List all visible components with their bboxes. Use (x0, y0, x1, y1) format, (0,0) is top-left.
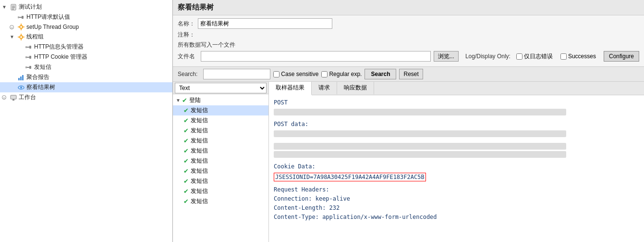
svg-rect-6 (18, 16, 19, 18)
detail-panel: 取样器结果请求响应数据 POSTPOST data:Cookie Data:JS… (269, 82, 644, 242)
svg-rect-11 (23, 26, 24, 27)
tree-item-thread-group[interactable]: ▼线程组 (0, 32, 172, 42)
success-icon: ✔ (183, 157, 189, 165)
svg-rect-25 (25, 66, 27, 68)
svg-rect-18 (29, 46, 31, 49)
tree-item-http-cookie[interactable]: HTTP Cookie 管理器 (0, 52, 172, 62)
expand-btn[interactable]: ○ (10, 25, 16, 30)
success-icon: ✔ (183, 127, 189, 134)
search-label: Search: (178, 71, 197, 77)
wrench-icon (25, 53, 33, 61)
tree-item-label: 测试计划 (19, 3, 42, 11)
detail-line (274, 109, 566, 115)
result-item[interactable]: ✔发短信 (173, 156, 268, 166)
svg-rect-31 (11, 95, 16, 99)
result-item-label: 发短信 (191, 137, 208, 145)
result-type-dropdown[interactable]: Text (175, 83, 267, 93)
report-icon (17, 74, 25, 81)
tree-item-label: 线程组 (26, 33, 44, 41)
result-item[interactable]: ✔发短信 (173, 166, 268, 176)
tree-item-http-default[interactable]: HTTP请求默认值 (0, 12, 172, 22)
case-sensitive-checkbox[interactable] (273, 71, 279, 77)
detail-line: Content-Type: application/x-www-form-url… (274, 213, 639, 222)
result-item-label: 发短信 (191, 157, 208, 165)
file-input[interactable] (201, 51, 431, 62)
success-icon: ✔ (183, 198, 189, 205)
detail-line: JSESSIONID=7A98A30425F19A42A4AF9FE183F2A… (274, 172, 639, 182)
search-button[interactable]: Search (365, 69, 396, 79)
result-item[interactable]: ✔发短信 (173, 146, 268, 156)
success-icon: ✔ (183, 178, 189, 185)
result-item[interactable]: ✔发短信 (173, 196, 268, 206)
errors-checkbox[interactable] (516, 53, 522, 60)
tree-item-label: 察看结果树 (26, 83, 55, 91)
main-content: Text ▼✔登陆✔发短信✔发短信✔发短信✔发短信✔发短信✔发短信✔发短信✔发短… (173, 82, 644, 242)
tree-item-report[interactable]: 聚合报告 (0, 72, 172, 82)
case-sensitive-label[interactable]: Case sensitive (273, 71, 318, 77)
svg-rect-26 (18, 78, 20, 80)
svg-rect-27 (20, 76, 22, 80)
detail-line (274, 151, 566, 158)
svg-rect-3 (12, 9, 14, 10)
eye-icon (17, 84, 25, 91)
wrench-icon (17, 13, 25, 21)
session-value: JSESSIONID=7A98A30425F19A42A4AF9FE183F2A… (274, 173, 426, 181)
detail-line: Content-Length: 232 (274, 204, 639, 213)
detail-tab-1[interactable]: 请求 (312, 82, 337, 95)
svg-rect-32 (12, 99, 14, 101)
detail-tab-2[interactable]: 响应数据 (337, 82, 374, 95)
success-icon: ✔ (183, 117, 189, 124)
result-item[interactable]: ✔发短信 (173, 176, 268, 186)
svg-rect-2 (12, 7, 15, 8)
detail-line (274, 143, 566, 150)
name-label: 名称： (178, 20, 195, 28)
regular-exp-label[interactable]: Regular exp. (321, 71, 362, 77)
tree-item-http-header[interactable]: HTTP信息头管理器 (0, 42, 172, 52)
tree-item-label: HTTP Cookie 管理器 (34, 53, 87, 61)
detail-tab-0[interactable]: 取样器结果 (269, 82, 312, 95)
svg-rect-24 (29, 66, 31, 69)
result-item-label: 发短信 (191, 187, 208, 195)
expand-btn[interactable]: ○ (2, 95, 9, 100)
svg-rect-1 (12, 6, 15, 7)
result-list-body: ▼✔登陆✔发短信✔发短信✔发短信✔发短信✔发短信✔发短信✔发短信✔发短信✔发短信… (173, 94, 268, 242)
right-panel: 察看结果树 名称： 注释： 所有数据写入一个文件 文件名 浏览... Log/D… (173, 0, 644, 242)
result-item-label: 发短信 (191, 116, 208, 125)
result-item[interactable]: ▼✔登陆 (173, 95, 268, 105)
tree-item-workbench[interactable]: ○工作台 (0, 92, 172, 102)
success-checkbox-label[interactable]: Successes (560, 53, 596, 60)
detail-line: POST (274, 98, 639, 107)
tree-item-root[interactable]: ▼测试计划 (0, 2, 172, 12)
wrench-icon (25, 64, 33, 71)
group-icon (17, 33, 25, 41)
configure-button[interactable]: Configure (604, 51, 639, 62)
result-item-label: 发短信 (191, 147, 208, 155)
browse-button[interactable]: 浏览... (434, 51, 459, 62)
name-input[interactable] (198, 18, 332, 29)
reset-button[interactable]: Reset (399, 69, 423, 79)
search-bar: Search: Case sensitive Regular exp. Sear… (173, 67, 644, 82)
success-checkbox[interactable] (560, 53, 567, 60)
search-input[interactable] (203, 69, 270, 79)
comment-label: 注释： (178, 31, 195, 39)
result-item-label: 发短信 (191, 197, 208, 205)
wrench-icon (25, 43, 33, 51)
regular-exp-checkbox[interactable] (321, 71, 328, 77)
result-item[interactable]: ✔发短信 (173, 105, 268, 115)
file-label: 文件名 (178, 52, 195, 61)
result-item[interactable]: ✔发短信 (173, 136, 268, 146)
svg-rect-5 (22, 16, 24, 19)
tree-item-result-tree[interactable]: 察看结果树 (0, 82, 172, 92)
errors-checkbox-label[interactable]: 仅日志错误 (516, 52, 553, 61)
result-item[interactable]: ✔发短信 (173, 115, 268, 126)
result-item[interactable]: ✔发短信 (173, 186, 268, 196)
result-item[interactable]: ✔发短信 (173, 126, 268, 136)
result-list: Text ▼✔登陆✔发短信✔发短信✔发短信✔发短信✔发短信✔发短信✔发短信✔发短… (173, 82, 269, 242)
svg-rect-19 (25, 46, 27, 48)
success-icon: ✔ (183, 137, 189, 144)
tree-item-setup-thread[interactable]: ○setUp Thread Group (0, 22, 172, 32)
expand-btn[interactable]: ▼ (2, 4, 9, 10)
expand-btn[interactable]: ▼ (10, 34, 16, 39)
tree-item-send-sms[interactable]: 发短信 (0, 62, 172, 72)
svg-point-12 (20, 36, 23, 38)
